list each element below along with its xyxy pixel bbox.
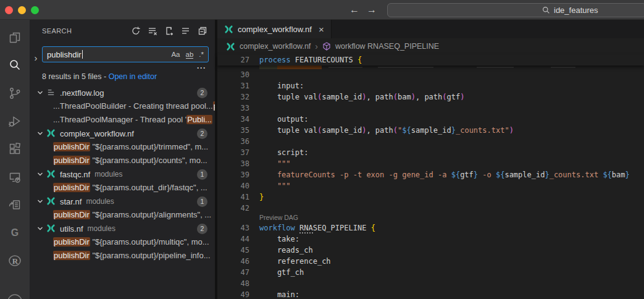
code-line[interactable]: 41} [217,192,644,203]
code-line[interactable]: 40 """ [217,180,644,192]
whole-word-toggle[interactable]: ab [186,51,194,59]
search-match-row[interactable]: publishDir "${params.output}/multiqc", m… [30,235,215,249]
window-controls [5,6,39,14]
search-match-row[interactable]: publishDir "${params.output}/pipeline_in… [30,249,215,263]
search-file-row[interactable]: fastqc.nfmodules1 [30,167,215,181]
line-number: 30 [217,69,259,80]
match-case-toggle[interactable]: Aa [171,51,180,58]
code-line[interactable]: 43workflow RNASEQ_PIPELINE { [217,222,644,234]
gitlens-icon[interactable]: G [0,219,30,246]
search-results-summary: 8 results in 5 files - Open in editor [42,72,209,82]
clear-search-results-icon[interactable] [148,26,157,36]
search-match-row[interactable]: ...ThreadPoolManager - Thread pool 'Publ… [30,113,215,127]
code-line[interactable]: 44 take: [217,234,644,245]
collapse-all-icon[interactable] [198,26,207,36]
chevron-down-icon[interactable] [36,130,44,137]
code-editor[interactable]: 27process FEATURECOUNTS { 3031 input:32 … [217,54,644,299]
line-number: 35 [217,125,259,136]
line-number: 39 [217,169,259,180]
explorer-icon[interactable] [0,23,30,51]
zoom-window-button[interactable] [31,6,39,14]
code-line[interactable]: 45 reads_ch [217,245,644,256]
nextflow-file-icon [46,128,56,138]
line-number: 45 [217,245,259,256]
r-language-icon[interactable]: R [0,247,30,275]
code-line[interactable]: 35 tuple val(sample_id), path("${sample_… [217,125,644,136]
code-line[interactable]: 42 [217,203,644,214]
search-input[interactable]: publishdir Aa ab .* [42,46,209,62]
run-and-debug-icon[interactable] [0,107,30,135]
activity-bar: G R [0,20,30,299]
code-line[interactable]: 31 input: [217,80,644,91]
code-line[interactable]: 38 """ [217,158,644,169]
references-view-icon[interactable] [0,191,30,219]
search-view-icon[interactable] [0,51,30,79]
text-cursor [82,50,83,59]
view-as-tree-icon[interactable] [181,26,191,36]
open-in-editor-link[interactable]: Open in editor [109,72,157,81]
nextflow-file-icon [46,196,56,206]
tab-bar: complex_workflow.nf × [217,20,644,38]
code-line[interactable]: 49 main: [217,289,644,299]
close-window-button[interactable] [5,6,13,14]
nextflow-file-icon [226,42,235,51]
minimize-window-button[interactable] [18,6,26,14]
search-match-row[interactable]: publishDir "${params.output}/alignments"… [30,208,215,222]
regex-toggle[interactable]: .* [199,51,204,58]
chevron-down-icon[interactable] [36,171,44,177]
chevron-down-icon[interactable] [36,225,44,232]
symbol-workflow-icon [322,42,331,51]
search-file-row[interactable]: .nextflow.log2 [30,86,215,99]
chevron-down-icon[interactable] [36,198,44,204]
remote-explorer-icon[interactable] [0,163,30,191]
code-line[interactable]: 30 [217,69,644,80]
line-number: 43 [217,222,259,234]
close-tab-icon[interactable]: × [319,25,324,34]
navigate-back-icon[interactable]: ← [349,4,359,15]
search-match-row[interactable]: ...ThreadPoolBuilder - Creating thread p… [30,99,215,113]
command-center-search-box[interactable]: ide_features [387,3,644,17]
line-number: 32 [217,91,259,103]
search-sidebar: SEARCH › [30,20,215,299]
svg-text:R: R [12,256,19,266]
search-match-row[interactable]: publishDir "${params.output}/trimmed", m… [30,140,215,154]
sticky-scroll-line[interactable]: 27process FEATURECOUNTS { [217,54,644,65]
search-match-row[interactable]: publishDir "${params.output}/counts", mo… [30,154,215,167]
toggle-replace-chevron[interactable]: › [32,49,40,65]
tab-complex-workflow[interactable]: complex_workflow.nf × [217,20,332,38]
line-number: 40 [217,180,259,192]
source-control-icon[interactable] [0,79,30,107]
code-line[interactable]: 47 gtf_ch [217,267,644,278]
navigate-forward-icon[interactable]: → [367,4,377,15]
toggle-search-details[interactable]: ··· [197,64,206,72]
code-lines[interactable]: 3031 input:32 tuple val(sample_id), path… [217,69,644,299]
search-file-row[interactable]: complex_workflow.nf2 [30,127,215,140]
code-line[interactable]: 27process FEATURECOUNTS { [217,54,644,65]
code-line[interactable]: 34 output: [217,114,644,125]
code-line[interactable]: 48 [217,278,644,289]
search-query-value: publishdir [47,50,82,59]
command-center-query: ide_features [554,6,598,15]
match-count-badge: 2 [197,128,207,139]
breadcrumb-file[interactable]: complex_workflow.nf [240,42,311,51]
code-line[interactable]: 46 reference_ch [217,256,644,267]
search-file-row[interactable]: star.nfmodules1 [30,195,215,208]
code-line[interactable]: 39 featureCounts -p -t exon -g gene_id -… [217,169,644,180]
code-line[interactable]: 32 tuple val(sample_id), path(bam), path… [217,91,644,103]
breadcrumb-symbol[interactable]: workflow RNASEQ_PIPELINE [335,42,439,51]
open-new-search-editor-icon[interactable] [164,26,174,36]
code-line[interactable]: 33 [217,103,644,114]
search-match-row[interactable]: publishDir "${params.output_dir}/fastqc"… [30,181,215,195]
search-file-row[interactable]: utils.nfmodules2 [30,222,215,235]
partial-bottom-icon[interactable] [0,275,30,299]
codelens-preview-dag[interactable]: Preview DAG [217,214,644,222]
nextflow-file-icon [224,25,233,34]
match-highlight: publishDir [53,156,90,165]
extensions-icon[interactable] [0,135,30,163]
refresh-icon[interactable] [131,26,141,36]
line-number: 27 [217,54,259,65]
code-line[interactable]: 37 script: [217,147,644,158]
line-number: 46 [217,256,259,267]
code-line[interactable]: 36 [217,136,644,147]
chevron-down-icon[interactable] [36,90,44,96]
